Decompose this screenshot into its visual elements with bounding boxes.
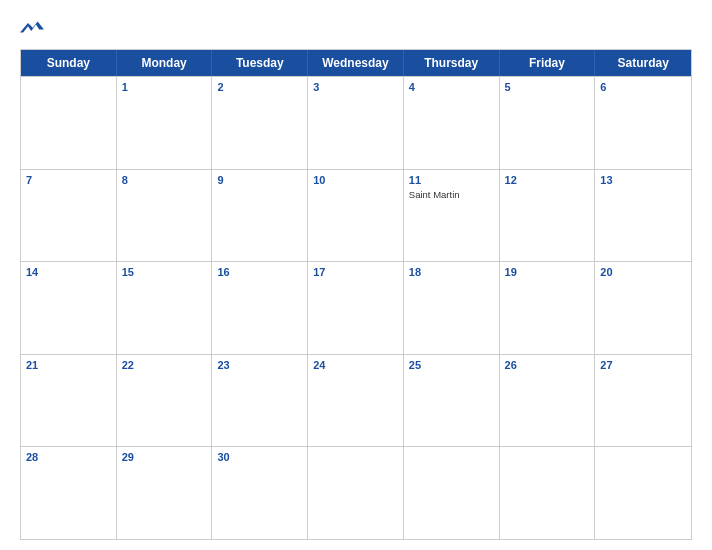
day-number: 24 xyxy=(313,358,398,372)
day-number: 8 xyxy=(122,173,207,187)
cal-cell: 30 xyxy=(212,447,308,539)
cal-cell: 9 xyxy=(212,170,308,262)
cal-cell: 7 xyxy=(21,170,117,262)
day-header-friday: Friday xyxy=(500,50,596,76)
day-number: 3 xyxy=(313,80,398,94)
day-number: 27 xyxy=(600,358,686,372)
cal-cell: 24 xyxy=(308,355,404,447)
day-event: Saint Martin xyxy=(409,189,494,200)
cal-cell: 22 xyxy=(117,355,213,447)
cal-cell xyxy=(404,447,500,539)
day-number: 21 xyxy=(26,358,111,372)
cal-cell: 11Saint Martin xyxy=(404,170,500,262)
day-number: 9 xyxy=(217,173,302,187)
day-number: 1 xyxy=(122,80,207,94)
day-number: 6 xyxy=(600,80,686,94)
week-row-3: 21222324252627 xyxy=(21,354,691,447)
day-number: 22 xyxy=(122,358,207,372)
day-number: 7 xyxy=(26,173,111,187)
day-header-wednesday: Wednesday xyxy=(308,50,404,76)
day-header-sunday: Sunday xyxy=(21,50,117,76)
calendar-body: 1234567891011Saint Martin121314151617181… xyxy=(21,76,691,539)
cal-cell: 19 xyxy=(500,262,596,354)
cal-cell: 2 xyxy=(212,77,308,169)
day-number: 26 xyxy=(505,358,590,372)
cal-cell: 18 xyxy=(404,262,500,354)
cal-cell: 25 xyxy=(404,355,500,447)
cal-cell: 23 xyxy=(212,355,308,447)
day-number: 15 xyxy=(122,265,207,279)
day-number: 16 xyxy=(217,265,302,279)
cal-cell: 6 xyxy=(595,77,691,169)
day-header-monday: Monday xyxy=(117,50,213,76)
cal-cell: 3 xyxy=(308,77,404,169)
cal-cell: 20 xyxy=(595,262,691,354)
cal-cell: 27 xyxy=(595,355,691,447)
calendar-grid: SundayMondayTuesdayWednesdayThursdayFrid… xyxy=(20,49,692,540)
cal-cell: 21 xyxy=(21,355,117,447)
calendar-page: SundayMondayTuesdayWednesdayThursdayFrid… xyxy=(0,0,712,550)
cal-cell: 15 xyxy=(117,262,213,354)
cal-cell: 5 xyxy=(500,77,596,169)
day-number: 19 xyxy=(505,265,590,279)
svg-marker-0 xyxy=(20,21,44,32)
week-row-2: 14151617181920 xyxy=(21,261,691,354)
cal-cell: 10 xyxy=(308,170,404,262)
cal-cell: 17 xyxy=(308,262,404,354)
day-number: 11 xyxy=(409,173,494,187)
day-number: 2 xyxy=(217,80,302,94)
day-number: 25 xyxy=(409,358,494,372)
day-number: 17 xyxy=(313,265,398,279)
cal-cell: 13 xyxy=(595,170,691,262)
day-number: 10 xyxy=(313,173,398,187)
day-number: 29 xyxy=(122,450,207,464)
day-number: 30 xyxy=(217,450,302,464)
day-number: 20 xyxy=(600,265,686,279)
calendar-header-row: SundayMondayTuesdayWednesdayThursdayFrid… xyxy=(21,50,691,76)
day-number: 28 xyxy=(26,450,111,464)
cal-cell xyxy=(21,77,117,169)
week-row-1: 7891011Saint Martin1213 xyxy=(21,169,691,262)
cal-cell xyxy=(500,447,596,539)
week-row-0: 123456 xyxy=(21,76,691,169)
cal-cell: 12 xyxy=(500,170,596,262)
week-row-4: 282930 xyxy=(21,446,691,539)
cal-cell: 14 xyxy=(21,262,117,354)
day-header-tuesday: Tuesday xyxy=(212,50,308,76)
logo-bird-icon xyxy=(20,18,44,36)
cal-cell: 26 xyxy=(500,355,596,447)
calendar-header xyxy=(20,18,692,37)
day-number: 23 xyxy=(217,358,302,372)
day-number: 4 xyxy=(409,80,494,94)
cal-cell: 16 xyxy=(212,262,308,354)
day-number: 5 xyxy=(505,80,590,94)
cal-cell: 28 xyxy=(21,447,117,539)
cal-cell xyxy=(308,447,404,539)
day-number: 13 xyxy=(600,173,686,187)
cal-cell: 1 xyxy=(117,77,213,169)
cal-cell: 8 xyxy=(117,170,213,262)
logo xyxy=(20,18,48,37)
day-number: 18 xyxy=(409,265,494,279)
cal-cell: 4 xyxy=(404,77,500,169)
cal-cell: 29 xyxy=(117,447,213,539)
day-number: 12 xyxy=(505,173,590,187)
day-number: 14 xyxy=(26,265,111,279)
day-header-saturday: Saturday xyxy=(595,50,691,76)
cal-cell xyxy=(595,447,691,539)
day-header-thursday: Thursday xyxy=(404,50,500,76)
